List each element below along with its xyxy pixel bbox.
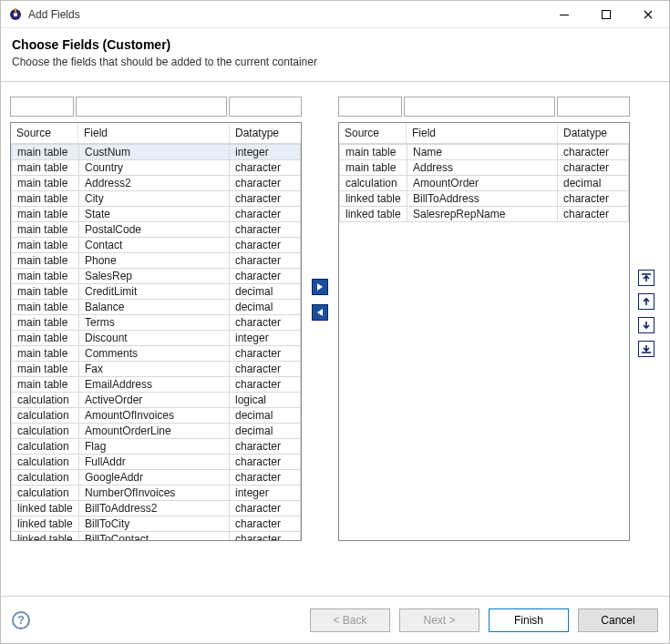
add-field-button[interactable] (312, 279, 328, 295)
cell-datatype: character (230, 253, 301, 269)
table-row[interactable]: calculationGoogleAddrcharacter (12, 470, 301, 486)
cell-datatype: integer (230, 486, 301, 501)
table-row[interactable]: calculationAmountOfInvoicesdecimal (12, 408, 301, 424)
cell-source: calculation (12, 455, 79, 470)
window-title: Add Fields (28, 8, 543, 21)
cell-datatype: character (558, 191, 629, 207)
table-row[interactable]: linked tableBillToCitycharacter (12, 516, 301, 532)
table-row[interactable]: main tablePhonecharacter (12, 253, 301, 269)
cell-datatype: character (230, 346, 301, 362)
selected-header-source[interactable]: Source (339, 123, 407, 143)
cell-field: PostalCode (79, 222, 230, 238)
cell-field: Country (79, 160, 230, 176)
cell-source: main table (12, 160, 79, 176)
table-row[interactable]: main tablePostalCodecharacter (12, 222, 301, 238)
cell-field: BillToCity (79, 516, 230, 532)
table-row[interactable]: main tableAddress2character (12, 176, 301, 191)
titlebar: Add Fields (1, 1, 669, 28)
available-header-field[interactable]: Field (78, 123, 230, 143)
cell-source: main table (12, 207, 79, 222)
available-datatype-filter[interactable] (229, 97, 302, 117)
move-up-button[interactable] (638, 293, 655, 310)
selected-field-filter[interactable] (404, 97, 555, 117)
available-header-source[interactable]: Source (11, 123, 78, 143)
table-row[interactable]: calculationActiveOrderlogical (12, 393, 301, 408)
selected-fields-grid[interactable]: Source Field Datatype main tableNamechar… (338, 122, 630, 541)
cell-field: BillToAddress2 (79, 501, 230, 516)
cell-datatype: decimal (230, 424, 301, 439)
table-row[interactable]: calculationAmountOrderLinedecimal (12, 424, 301, 439)
cell-datatype: character (230, 377, 301, 393)
cell-datatype: character (230, 516, 301, 532)
available-field-filter[interactable] (76, 97, 227, 117)
move-down-button[interactable] (638, 317, 655, 333)
table-row[interactable]: main tableStatecharacter (12, 207, 301, 222)
cell-source: calculation (12, 408, 79, 424)
help-icon[interactable]: ? (12, 611, 30, 629)
selected-source-filter[interactable] (338, 97, 402, 117)
table-row[interactable]: calculationNumberOfInvoicesinteger (12, 486, 301, 501)
cell-field: BillToAddress (407, 191, 558, 207)
minimize-button[interactable] (543, 1, 585, 28)
table-row[interactable]: main tableBalancedecimal (12, 300, 301, 315)
selected-header-field[interactable]: Field (407, 123, 558, 143)
cell-datatype: character (558, 145, 629, 160)
table-row[interactable]: linked tableBillToAddress2character (12, 501, 301, 516)
table-row[interactable]: main tableCreditLimitdecimal (12, 284, 301, 300)
remove-field-button[interactable] (312, 304, 328, 321)
cell-field: GoogleAddr (79, 470, 230, 486)
table-row[interactable]: main tableNamecharacter (340, 145, 629, 160)
cancel-button[interactable]: Cancel (578, 608, 658, 632)
cell-datatype: character (230, 160, 301, 176)
table-row[interactable]: main tableCitycharacter (12, 191, 301, 207)
cell-source: main table (12, 238, 79, 253)
table-row[interactable]: main tableFaxcharacter (12, 362, 301, 377)
available-fields-grid[interactable]: Source Field Datatype main tableCustNumi… (10, 122, 302, 541)
table-row[interactable]: linked tableBillToContactcharacter (12, 532, 301, 541)
table-row[interactable]: main tableEmailAddresscharacter (12, 377, 301, 393)
available-header-datatype[interactable]: Datatype (230, 123, 301, 143)
back-button[interactable]: < Back (310, 608, 390, 632)
table-row[interactable]: main tableTermscharacter (12, 315, 301, 331)
table-row[interactable]: calculationAmountOrderdecimal (340, 176, 629, 191)
table-row[interactable]: main tableCustNuminteger (12, 145, 301, 160)
finish-button[interactable]: Finish (489, 608, 569, 632)
cell-source: linked table (12, 516, 79, 532)
table-row[interactable]: calculationFlagcharacter (12, 439, 301, 455)
next-button[interactable]: Next > (399, 608, 479, 632)
selected-header-datatype[interactable]: Datatype (558, 123, 629, 143)
cell-datatype: logical (230, 393, 301, 408)
svg-point-1 (14, 12, 17, 15)
available-source-filter[interactable] (10, 97, 74, 117)
cell-datatype: decimal (230, 300, 301, 315)
move-top-button[interactable] (638, 270, 655, 286)
page-subtitle: Choose the fields that should be added t… (12, 56, 658, 68)
table-row[interactable]: main tableDiscountinteger (12, 331, 301, 346)
table-row[interactable]: main tableSalesRepcharacter (12, 269, 301, 284)
table-row[interactable]: main tableContactcharacter (12, 238, 301, 253)
cell-source: calculation (12, 439, 79, 455)
cell-datatype: character (230, 222, 301, 238)
move-bottom-button[interactable] (638, 341, 655, 357)
table-row[interactable]: linked tableBillToAddresscharacter (340, 191, 629, 207)
maximize-button[interactable] (585, 1, 627, 28)
cell-source: linked table (12, 532, 79, 541)
cell-datatype: character (230, 455, 301, 470)
cell-source: main table (12, 377, 79, 393)
table-row[interactable]: main tableCountrycharacter (12, 160, 301, 176)
selected-datatype-filter[interactable] (557, 97, 630, 117)
table-row[interactable]: calculationFullAddrcharacter (12, 455, 301, 470)
cell-field: Name (407, 145, 558, 160)
table-row[interactable]: main tableAddresscharacter (340, 160, 629, 176)
cell-field: CreditLimit (79, 284, 230, 300)
close-button[interactable] (627, 1, 669, 28)
cell-source: main table (12, 315, 79, 331)
cell-field: AmountOrderLine (79, 424, 230, 439)
table-row[interactable]: linked tableSalesrepRepNamecharacter (340, 207, 629, 222)
cell-source: main table (12, 284, 79, 300)
cell-field: Fax (79, 362, 230, 377)
table-row[interactable]: main tableCommentscharacter (12, 346, 301, 362)
cell-datatype: decimal (230, 284, 301, 300)
cell-source: main table (12, 362, 79, 377)
cell-datatype: decimal (230, 408, 301, 424)
